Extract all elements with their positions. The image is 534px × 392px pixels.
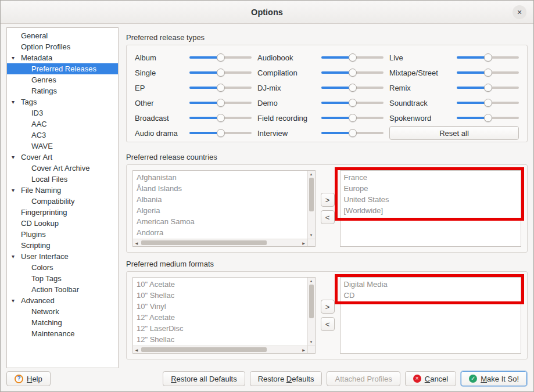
available-formats-list[interactable]: 10" Acetate10" Shellac10" Vinyl12" Aceta… [132, 277, 316, 354]
sidebar-item-file-naming[interactable]: ▾File Naming [7, 185, 118, 196]
formats-horizontal-scrollbar[interactable]: ◀ ▶ [133, 346, 307, 353]
release-type-slider-spokenword[interactable] [457, 112, 519, 124]
reset-all-button[interactable]: Reset all [389, 126, 519, 140]
slider-handle[interactable] [484, 53, 492, 62]
slider-handle[interactable] [484, 99, 492, 107]
sidebar-item-cover-art-archive[interactable]: Cover Art Archive [7, 163, 118, 174]
scrollbar-thumb[interactable] [309, 178, 314, 211]
release-type-slider-album[interactable] [189, 52, 252, 63]
release-type-slider-broadcast[interactable] [189, 112, 252, 124]
scroll-right-icon[interactable]: ▶ [300, 239, 307, 246]
list-item[interactable]: Afghanistan [133, 172, 307, 183]
slider-handle[interactable] [217, 84, 225, 92]
remove-country-button[interactable]: < [321, 210, 335, 224]
slider-handle[interactable] [484, 84, 492, 92]
scrollbar-thumb[interactable] [309, 285, 314, 318]
slider-handle[interactable] [217, 69, 225, 77]
footer-button-attached-profiles[interactable]: Attached Profiles [327, 371, 400, 386]
sidebar-item-matching[interactable]: Matching [7, 317, 118, 328]
footer-button-restore-all-defaults[interactable]: Restore all Defaults [163, 371, 245, 386]
release-type-slider-field-recording[interactable] [321, 112, 384, 124]
slider-handle[interactable] [217, 99, 225, 107]
sidebar-item-local-files[interactable]: Local Files [7, 174, 118, 185]
sidebar-item-ac3[interactable]: AC3 [7, 130, 118, 141]
list-item[interactable]: [Worldwide] [341, 205, 521, 216]
list-item[interactable]: Algeria [133, 205, 307, 216]
sidebar-item-general[interactable]: General [7, 30, 118, 41]
scroll-left-icon[interactable]: ◀ [133, 239, 140, 246]
list-item[interactable]: 10" Vinyl [133, 301, 307, 312]
scroll-down-icon[interactable]: ▼ [308, 232, 315, 239]
list-item[interactable]: 12" Acetate [133, 312, 307, 323]
list-item[interactable]: American Samoa [133, 216, 307, 227]
list-item[interactable]: 12" Shellac [133, 334, 307, 345]
scroll-down-icon[interactable]: ▼ [308, 339, 315, 346]
footer-button-restore-defaults[interactable]: Restore Defaults [250, 371, 322, 386]
slider-handle[interactable] [349, 99, 357, 107]
sidebar-item-metadata[interactable]: ▾Metadata [7, 52, 118, 63]
sidebar-item-ratings[interactable]: Ratings [7, 85, 118, 96]
release-type-slider-single[interactable] [189, 67, 252, 78]
scrollbar-thumb[interactable] [141, 347, 267, 352]
list-item[interactable]: Digital Media [341, 279, 521, 290]
sidebar-item-network[interactable]: Network [7, 306, 118, 317]
slider-handle[interactable] [349, 114, 357, 122]
sidebar-item-compatibility[interactable]: Compatibility [7, 196, 118, 207]
add-format-button[interactable]: > [321, 300, 335, 314]
available-countries-list[interactable]: AfghanistanÅland IslandsAlbaniaAlgeriaAm… [132, 170, 316, 247]
slider-handle[interactable] [484, 69, 492, 77]
slider-handle[interactable] [217, 114, 225, 122]
release-type-slider-mixtape-street[interactable] [457, 67, 519, 78]
countries-horizontal-scrollbar[interactable]: ◀ ▶ [133, 239, 307, 246]
release-type-slider-compilation[interactable] [321, 67, 384, 78]
footer-button-help[interactable]: ?Help [6, 371, 51, 386]
list-item[interactable]: Albania [133, 194, 307, 205]
release-type-slider-soundtrack[interactable] [457, 97, 519, 109]
list-item[interactable]: 10" Shellac [133, 290, 307, 301]
sidebar-item-fingerprinting[interactable]: Fingerprinting [7, 207, 118, 218]
slider-handle[interactable] [349, 69, 357, 77]
release-type-slider-interview[interactable] [321, 127, 384, 139]
scrollbar-thumb[interactable] [141, 240, 267, 245]
sidebar-item-aac[interactable]: AAC [7, 118, 118, 130]
sidebar-item-advanced[interactable]: ▾Advanced [7, 295, 118, 306]
slider-handle[interactable] [349, 53, 357, 62]
release-type-slider-other[interactable] [189, 97, 252, 109]
sidebar-item-user-interface[interactable]: ▾User Interface [7, 251, 118, 262]
release-type-slider-ep[interactable] [189, 82, 252, 93]
slider-handle[interactable] [217, 129, 225, 137]
slider-handle[interactable] [349, 129, 357, 137]
selected-countries-list[interactable]: FranceEuropeUnited States[Worldwide] [340, 170, 522, 247]
sidebar-item-colors[interactable]: Colors [7, 262, 118, 273]
footer-button-cancel[interactable]: ×Cancel [405, 371, 456, 386]
sidebar-item-scripting[interactable]: Scripting [7, 240, 118, 251]
slider-handle[interactable] [349, 84, 357, 92]
list-item[interactable]: United States [341, 194, 521, 205]
formats-vertical-scrollbar[interactable]: ▲ ▼ [307, 278, 315, 346]
list-item[interactable]: Åland Islands [133, 183, 307, 194]
list-item[interactable]: France [341, 172, 521, 183]
sidebar-item-top-tags[interactable]: Top Tags [7, 273, 118, 284]
release-type-slider-audiobook[interactable] [321, 52, 384, 63]
list-item[interactable]: Andorra [133, 227, 307, 238]
scroll-up-icon[interactable]: ▲ [308, 171, 315, 178]
add-country-button[interactable]: > [321, 193, 335, 207]
slider-handle[interactable] [217, 53, 225, 62]
close-button[interactable]: × [513, 5, 526, 19]
sidebar-item-preferred-releases[interactable]: Preferred Releases [7, 63, 118, 74]
list-item[interactable]: CD [341, 290, 521, 301]
sidebar-item-id3[interactable]: ID3 [7, 107, 118, 118]
sidebar-item-plugins[interactable]: Plugins [7, 229, 118, 240]
list-item[interactable]: 10" Acetate [133, 279, 307, 290]
release-type-slider-audio-drama[interactable] [189, 127, 252, 139]
selected-formats-list[interactable]: Digital MediaCD [340, 277, 522, 354]
release-type-slider-demo[interactable] [321, 97, 384, 109]
release-type-slider-dj-mix[interactable] [321, 82, 384, 93]
list-item[interactable]: Europe [341, 183, 521, 194]
sidebar-item-option-profiles[interactable]: Option Profiles [7, 41, 118, 52]
sidebar-item-genres[interactable]: Genres [7, 74, 118, 85]
scroll-left-icon[interactable]: ◀ [133, 346, 140, 353]
scroll-right-icon[interactable]: ▶ [300, 346, 307, 353]
sidebar-item-tags[interactable]: ▾Tags [7, 96, 118, 107]
sidebar-item-action-toolbar[interactable]: Action Toolbar [7, 284, 118, 295]
